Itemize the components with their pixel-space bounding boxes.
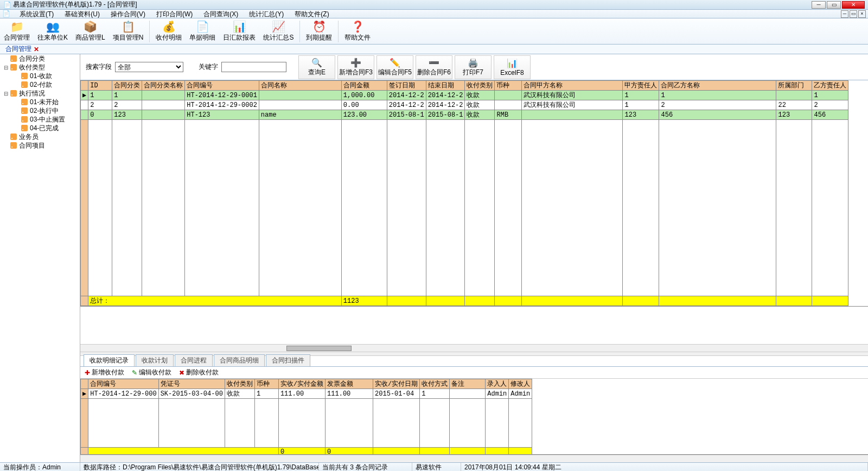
search-keyword-label: 关键字	[199, 62, 218, 72]
toolbar-收付明细[interactable]: 💰 收付明细	[152, 19, 186, 44]
toolbar-单据明细[interactable]: 📄 单据明细	[186, 19, 219, 44]
detail-header[interactable]: 实收/实付金额	[278, 379, 325, 389]
detail-tab[interactable]: 合同扫描件	[266, 354, 310, 366]
window-restore-button[interactable]: ▭	[827, 1, 841, 9]
grid-header[interactable]: 币种	[495, 81, 522, 91]
grid-header[interactable]: 乙方责任人	[812, 81, 848, 91]
tree-expander-icon[interactable]: ⊟	[2, 91, 10, 97]
search-keyword-input[interactable]	[221, 62, 286, 72]
toolbar-统计汇总S[interactable]: 📈 统计汇总S	[259, 19, 297, 44]
tree-item[interactable]: 01-未开始	[0, 98, 80, 106]
tree-item[interactable]: 02-付款	[0, 80, 80, 89]
grid-header[interactable]: 合同分类	[112, 81, 142, 91]
menu-item[interactable]: 基础资料(U)	[59, 10, 105, 18]
tree-item[interactable]: ⊟ 收付类型	[0, 63, 80, 72]
action-打印F7[interactable]: 🖨️ 打印F7	[455, 55, 492, 79]
toolbar-项目管理N[interactable]: 📋 项目管理N	[109, 19, 148, 44]
detail-header[interactable]: 修改人	[509, 379, 532, 389]
toolbar-合同管理[interactable]: 📁 合同管理	[0, 19, 34, 44]
tree-item[interactable]: 02-执行中	[0, 106, 80, 115]
tree-item[interactable]: 03-中止搁置	[0, 115, 80, 124]
detail-header[interactable]: 收付类别	[225, 379, 254, 389]
toolbar-到期提醒[interactable]: ⏰ 到期提醒	[302, 19, 336, 44]
toolbar-往来单位K[interactable]: 👥 往来单位K	[34, 19, 72, 44]
detail-tab[interactable]: 收款明细记录	[84, 354, 135, 366]
detail-header[interactable]: 备注	[450, 379, 486, 389]
table-row[interactable]: 22HT-2014-12-29-0002 0.002014-12-22014-1…	[81, 100, 848, 110]
tree-item[interactable]: 04-已完成	[0, 124, 80, 132]
toolbar-icon: ❓	[351, 20, 365, 33]
subtoolbar-删除收付款[interactable]: ✖ 删除收付款	[179, 368, 219, 377]
toolbar-日汇款报表[interactable]: 📊 日汇款报表	[219, 19, 259, 44]
detail-header[interactable]: 合同编号	[88, 379, 158, 389]
detail-header[interactable]: 币种	[254, 379, 278, 389]
action-删除合同F6[interactable]: ➖ 删除合同F6	[416, 55, 452, 79]
toolbar-icon: 📁	[10, 20, 24, 33]
grid-header[interactable]: 合同金额	[341, 81, 387, 91]
menu-item[interactable]: 合同查询(X)	[198, 10, 244, 18]
grid-header[interactable]: 合同甲方名称	[522, 81, 623, 91]
grid-header[interactable]: 合同名称	[259, 81, 341, 91]
detail-hscrollbar[interactable]	[80, 455, 868, 462]
action-新增合同F3[interactable]: ➕ 新增合同F3	[337, 55, 374, 79]
grid-header[interactable]: 合同乙方名称	[659, 81, 776, 91]
subtoolbar-新增收付款[interactable]: ✚ 新增收付款	[85, 368, 124, 377]
action-查询E[interactable]: 🔍 查询E	[298, 55, 335, 79]
detail-header[interactable]: 录入人	[486, 379, 509, 389]
menu-item[interactable]: 帮助文件(Z)	[289, 10, 334, 18]
detail-tab[interactable]: 收款计划	[136, 354, 174, 366]
subtoolbar-编辑收付款[interactable]: ✎ 编辑收付款	[132, 368, 171, 377]
payment-detail-table[interactable]: 合同编号凭证号收付类别币种实收/实付金额发票金额实收/实付日期收付方式备注录入人…	[80, 379, 532, 455]
detail-tab[interactable]: 合同商品明细	[214, 354, 265, 366]
detail-header[interactable]: 凭证号	[158, 379, 225, 389]
status-datetime: 2017年08月01日 14:09:44 星期二	[464, 463, 561, 472]
table-row[interactable]: 0123HT-123name 123.002015-08-12015-08-1收…	[81, 110, 848, 120]
grid-header[interactable]: 合同分类名称	[142, 81, 185, 91]
grid-header[interactable]: 合同编号	[185, 81, 259, 91]
grid-header[interactable]: 所属部门	[776, 81, 812, 91]
detail-header[interactable]	[81, 379, 88, 389]
tree-item[interactable]: ⊟ 执行情况	[0, 89, 80, 98]
tab-close-icon[interactable]: ✕	[34, 46, 39, 53]
document-tabs: 合同管理 ✕	[0, 44, 868, 54]
menu-item[interactable]: 打印合同(W)	[151, 10, 198, 18]
mdi-minimize-button[interactable]: ─	[841, 10, 848, 18]
table-row[interactable]: ▶ 11HT-2014-12-29-0001 1,000.002014-12-2…	[81, 91, 848, 100]
tree-item[interactable]: 01-收款	[0, 72, 80, 80]
detail-header[interactable]: 发票金额	[326, 379, 373, 389]
grid-header[interactable]: 结束日期	[426, 81, 465, 91]
grid-header[interactable]: 收付类别	[465, 81, 495, 91]
detail-row[interactable]: ▶HT-2014-12-29-000SK-2015-03-04-00收款1 11…	[81, 389, 532, 399]
tab-contract-mgmt[interactable]: 合同管理 ✕	[2, 45, 42, 54]
tree-item[interactable]: 合同分类	[0, 54, 80, 63]
search-field-select[interactable]: 全部	[115, 62, 183, 72]
tree-label: 执行情况	[19, 89, 45, 98]
detail-tabs: 收款明细记录收款计划合同进程合同商品明细合同扫描件	[80, 356, 868, 367]
toolbar-商品管理L[interactable]: 📦 商品管理L	[72, 19, 109, 44]
contract-table[interactable]: ID合同分类合同分类名称合同编号合同名称合同金额签订日期结束日期收付类别币种合同…	[80, 80, 848, 306]
tree-item[interactable]: 业务员	[0, 132, 80, 141]
window-close-button[interactable]: ✕	[842, 1, 865, 9]
tree-label: 收付类型	[19, 63, 45, 72]
grid-header[interactable]: 甲方责任人	[623, 81, 659, 91]
grid-header[interactable]: ID	[88, 81, 112, 91]
toolbar-帮助文件[interactable]: ❓ 帮助文件	[341, 19, 374, 44]
menu-item[interactable]: 操作合同(V)	[105, 10, 151, 18]
window-minimize-button[interactable]: ─	[812, 1, 826, 9]
mdi-close-button[interactable]: ×	[858, 10, 866, 18]
mdi-restore-button[interactable]: ▭	[850, 10, 857, 18]
action-icon: 🖨️	[468, 57, 478, 68]
category-tree[interactable]: 合同分类 ⊟ 收付类型 01-收款 02-付款 ⊟ 执行情况 01-未开始 02…	[0, 54, 80, 462]
grid-hscrollbar[interactable]	[80, 344, 868, 352]
tree-expander-icon[interactable]: ⊟	[2, 65, 10, 71]
grid-header[interactable]	[81, 81, 88, 91]
action-ExcelF8[interactable]: 📊 ExcelF8	[494, 55, 531, 79]
detail-header[interactable]: 收付方式	[420, 379, 450, 389]
menu-item[interactable]: 系统设置(T)	[14, 10, 59, 18]
detail-tab[interactable]: 合同进程	[175, 354, 213, 366]
action-编辑合同F5[interactable]: ✏️ 编辑合同F5	[376, 55, 413, 79]
detail-header[interactable]: 实收/实付日期	[373, 379, 420, 389]
tree-item[interactable]: 合同项目	[0, 141, 80, 150]
grid-header[interactable]: 签订日期	[387, 81, 426, 91]
menu-item[interactable]: 统计汇总(Y)	[244, 10, 289, 18]
